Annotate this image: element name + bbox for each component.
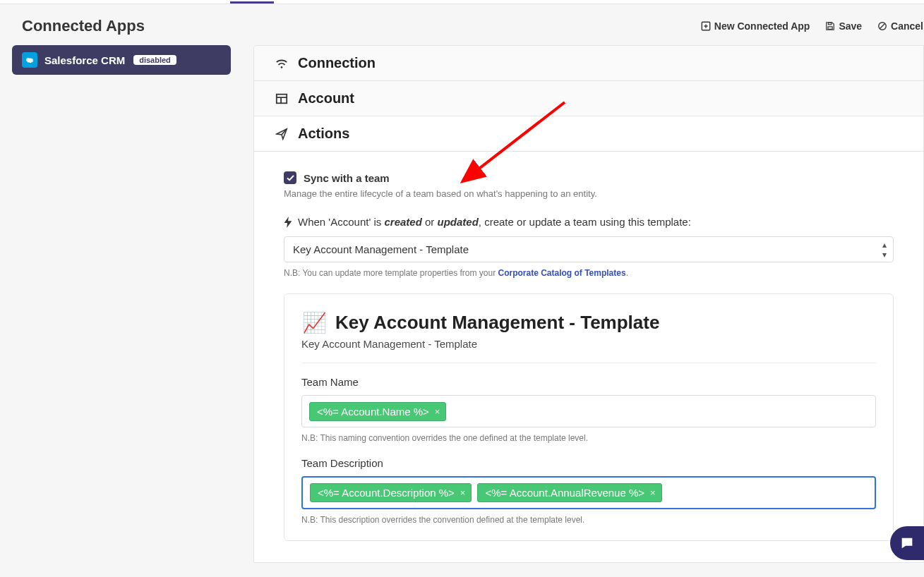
cancel-button[interactable]: Cancel	[877, 20, 923, 32]
template-select[interactable]: Key Account Management - Template	[284, 236, 894, 262]
sidebar-item-salesforce-crm[interactable]: Salesforce CRM disabled	[12, 45, 231, 75]
main-panel: Connection Account Actions Sync with a t…	[253, 45, 924, 563]
bolt-icon	[284, 217, 292, 228]
sync-checkbox-help: Manage the entire lifecycle of a team ba…	[284, 188, 894, 199]
panel-account[interactable]: Account	[254, 81, 923, 116]
save-button[interactable]: Save	[825, 20, 862, 32]
template-nb: N.B: You can update more template proper…	[284, 268, 894, 278]
save-label: Save	[839, 20, 862, 32]
panel-connection-title: Connection	[298, 55, 376, 71]
team-name-input[interactable]: <%= Account.Name %> ×	[301, 395, 876, 427]
svg-line-6	[880, 24, 885, 29]
cancel-icon	[877, 21, 887, 31]
team-name-nb: N.B: This naming convention overrides th…	[301, 433, 876, 443]
sidebar-item-label: Salesforce CRM	[44, 54, 125, 66]
plus-square-icon	[701, 21, 711, 31]
remove-token-icon[interactable]: ×	[460, 487, 466, 498]
panel-connection[interactable]: Connection	[254, 46, 923, 81]
rule-updated: updated	[438, 216, 479, 228]
token-account-annualrevenue[interactable]: <%= Account.AnnualRevenue %> ×	[477, 483, 661, 502]
new-connected-app-label: New Connected App	[714, 20, 810, 32]
rule-created: created	[384, 216, 421, 228]
actions-body: Sync with a team Manage the entire lifec…	[254, 152, 923, 562]
template-card-title: Key Account Management - Template	[335, 312, 659, 334]
team-desc-input[interactable]: <%= Account.Description %> × <%= Account…	[301, 476, 876, 509]
sync-checkbox[interactable]	[284, 171, 296, 184]
template-card: 📈 Key Account Management - Template Key …	[284, 293, 894, 541]
rule-prefix: When 'Account' is	[298, 216, 384, 228]
rule-or: or	[422, 216, 438, 228]
token-account-name[interactable]: <%= Account.Name %> ×	[309, 402, 446, 421]
check-icon	[287, 175, 294, 181]
rule-suffix: , create or update a team using this tem…	[479, 216, 691, 228]
wifi-icon	[275, 57, 288, 70]
team-desc-nb: N.B: This description overrides the conv…	[301, 515, 876, 525]
save-icon	[825, 21, 835, 31]
sidebar: Salesforce CRM disabled	[12, 45, 231, 75]
remove-token-icon[interactable]: ×	[435, 406, 440, 417]
template-card-subtitle: Key Account Management - Template	[301, 338, 876, 350]
remove-token-icon[interactable]: ×	[650, 487, 656, 498]
salesforce-icon	[22, 52, 37, 68]
divider	[301, 363, 876, 363]
team-desc-label: Team Description	[301, 457, 876, 469]
template-select-wrap: Key Account Management - Template ▴▾	[284, 236, 894, 262]
team-name-label: Team Name	[301, 376, 876, 388]
sync-checkbox-label: Sync with a team	[304, 172, 390, 184]
chart-icon: 📈	[301, 310, 327, 335]
status-badge: disabled	[133, 55, 176, 65]
cancel-label: Cancel	[891, 20, 923, 32]
top-tab-bar	[0, 0, 924, 4]
svg-rect-3	[828, 27, 832, 30]
new-connected-app-button[interactable]: New Connected App	[701, 20, 810, 32]
token-account-description[interactable]: <%= Account.Description %> ×	[310, 483, 472, 502]
svg-point-7	[281, 66, 283, 68]
panel-account-title: Account	[298, 90, 354, 107]
chat-widget[interactable]	[890, 526, 924, 560]
table-icon	[275, 92, 288, 105]
panel-actions-title: Actions	[298, 126, 349, 142]
header-actions: New Connected App Save Cancel	[701, 20, 924, 32]
catalog-link[interactable]: Corporate Catalog of Templates	[498, 268, 626, 278]
paper-plane-icon	[275, 128, 288, 140]
svg-rect-4	[829, 23, 832, 25]
rule-line: When 'Account' is created or updated, cr…	[284, 216, 894, 228]
chat-icon	[899, 535, 915, 551]
page-title: Connected Apps	[22, 17, 145, 35]
panel-actions[interactable]: Actions	[254, 116, 923, 152]
